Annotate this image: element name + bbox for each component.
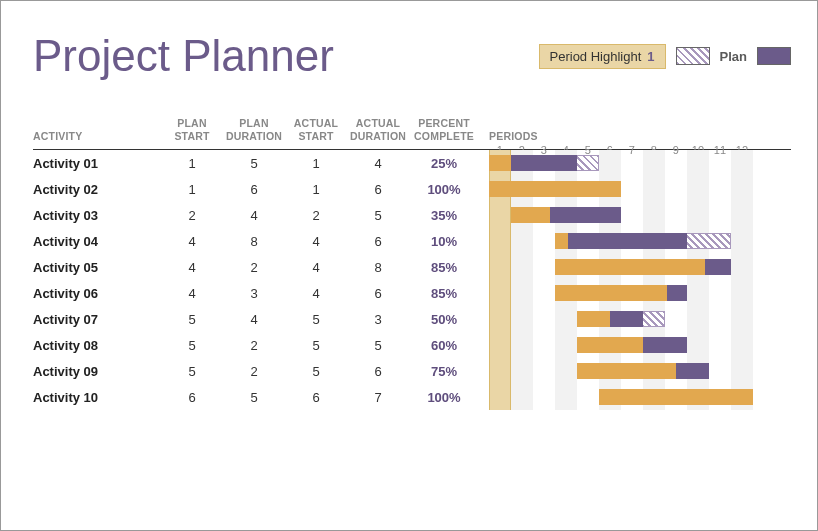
table-row: Activity 021616100%: [33, 176, 477, 202]
activity-name: Activity 02: [33, 182, 163, 197]
plan-duration: 2: [221, 260, 287, 275]
legend: Period Highlight 1 Plan: [539, 44, 791, 69]
actual-start: 4: [287, 286, 345, 301]
actual-duration: 4: [345, 156, 411, 171]
plan-duration: 5: [221, 390, 287, 405]
table-row: Activity 07545350%: [33, 306, 477, 332]
percent-complete: 25%: [411, 156, 477, 171]
plan-duration: 6: [221, 182, 287, 197]
plan-start: 2: [163, 208, 221, 223]
activity-name: Activity 04: [33, 234, 163, 249]
data-rows: Activity 01151425%Activity 021616100%Act…: [33, 150, 477, 410]
activity-name: Activity 01: [33, 156, 163, 171]
actual-swatch-icon: [757, 47, 791, 65]
gantt-row: [489, 228, 753, 254]
plan-start: 5: [163, 312, 221, 327]
actual-start: 6: [287, 390, 345, 405]
actual-start: 1: [287, 156, 345, 171]
gantt-row: [489, 202, 753, 228]
gantt-row: [489, 358, 753, 384]
table-row: Activity 04484610%: [33, 228, 477, 254]
percent-complete: 50%: [411, 312, 477, 327]
plan-duration: 3: [221, 286, 287, 301]
activity-name: Activity 03: [33, 208, 163, 223]
percent-complete: 100%: [411, 390, 477, 405]
actual-start: 1: [287, 182, 345, 197]
activity-name: Activity 05: [33, 260, 163, 275]
header: Project Planner Period Highlight 1 Plan: [33, 31, 791, 81]
percent-complete: 35%: [411, 208, 477, 223]
actual-start: 5: [287, 364, 345, 379]
plan-label: Plan: [720, 49, 747, 64]
complete-bar: [555, 259, 705, 275]
plan-duration: 4: [221, 208, 287, 223]
complete-bar: [555, 233, 568, 249]
gantt-row: [489, 150, 753, 176]
activity-name: Activity 09: [33, 364, 163, 379]
table-row: Activity 01151425%: [33, 150, 477, 176]
actual-duration: 5: [345, 338, 411, 353]
col-actual-start: ACTUAL START: [287, 117, 345, 143]
plan-start: 5: [163, 364, 221, 379]
plan-duration: 8: [221, 234, 287, 249]
percent-complete: 100%: [411, 182, 477, 197]
percent-complete: 85%: [411, 286, 477, 301]
complete-bar: [511, 207, 550, 223]
gantt-row: [489, 384, 753, 410]
plan-start: 4: [163, 260, 221, 275]
actual-start: 4: [287, 260, 345, 275]
period-highlight-value: 1: [647, 49, 654, 64]
plan-start: 1: [163, 182, 221, 197]
percent-complete: 10%: [411, 234, 477, 249]
complete-bar: [577, 311, 610, 327]
percent-complete: 85%: [411, 260, 477, 275]
page-title: Project Planner: [33, 31, 334, 81]
actual-duration: 6: [345, 286, 411, 301]
complete-bar: [489, 181, 621, 197]
plan-duration: 4: [221, 312, 287, 327]
actual-bar: [555, 233, 687, 249]
actual-duration: 6: [345, 234, 411, 249]
complete-bar: [577, 363, 676, 379]
table-header: ACTIVITY PLAN START PLAN DURATION ACTUAL…: [33, 117, 791, 150]
actual-start: 2: [287, 208, 345, 223]
gantt-row: [489, 176, 753, 202]
plan-start: 1: [163, 156, 221, 171]
gantt-row: [489, 254, 753, 280]
plan-start: 6: [163, 390, 221, 405]
plan-duration: 2: [221, 364, 287, 379]
actual-start: 5: [287, 312, 345, 327]
gantt-chart: [489, 150, 753, 410]
activity-name: Activity 06: [33, 286, 163, 301]
col-plan-start: PLAN START: [163, 117, 221, 143]
period-highlight-label: Period Highlight: [550, 49, 642, 64]
actual-duration: 6: [345, 182, 411, 197]
gantt-row: [489, 332, 753, 358]
actual-start: 5: [287, 338, 345, 353]
table-row: Activity 08525560%: [33, 332, 477, 358]
table-row: Activity 06434685%: [33, 280, 477, 306]
complete-bar: [489, 155, 511, 171]
table-row: Activity 09525675%: [33, 358, 477, 384]
plan-duration: 2: [221, 338, 287, 353]
actual-duration: 5: [345, 208, 411, 223]
col-activity: ACTIVITY: [33, 130, 163, 143]
actual-duration: 6: [345, 364, 411, 379]
gantt-row: [489, 306, 753, 332]
period-highlight-badge: Period Highlight 1: [539, 44, 666, 69]
actual-duration: 7: [345, 390, 411, 405]
complete-bar: [599, 389, 753, 405]
complete-bar: [555, 285, 667, 301]
plan-start: 4: [163, 286, 221, 301]
complete-bar: [577, 337, 643, 353]
col-periods: PERIODS 123456789101112: [489, 130, 791, 143]
plan-swatch-icon: [676, 47, 710, 65]
table-row: Activity 03242535%: [33, 202, 477, 228]
table-row: Activity 05424885%: [33, 254, 477, 280]
plan-start: 5: [163, 338, 221, 353]
actual-duration: 8: [345, 260, 411, 275]
actual-start: 4: [287, 234, 345, 249]
gantt-row: [489, 280, 753, 306]
actual-duration: 3: [345, 312, 411, 327]
col-percent-complete: PERCENT COMPLETE: [411, 117, 477, 143]
